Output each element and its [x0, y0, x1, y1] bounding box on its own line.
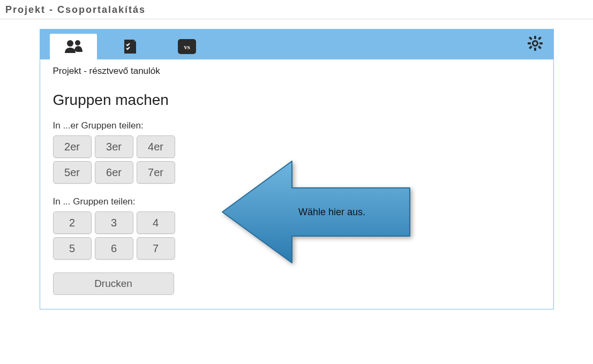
svg-rect-7	[539, 42, 543, 44]
group-count-5[interactable]: 5	[53, 237, 92, 260]
group-size-4er[interactable]: 4er	[137, 135, 175, 158]
checklist-icon	[122, 39, 138, 55]
group-size-2er[interactable]: 2er	[53, 135, 92, 158]
group-size-5er[interactable]: 5er	[53, 161, 92, 184]
group-size-3er[interactable]: 3er	[95, 135, 133, 158]
group-count-4[interactable]: 4	[137, 211, 175, 234]
callout-text: Wähle hier aus.	[298, 207, 365, 218]
group-count-7[interactable]: 7	[137, 237, 175, 260]
users-icon	[63, 39, 84, 54]
svg-text:vs: vs	[184, 43, 190, 51]
svg-rect-11	[528, 46, 532, 49]
content-area: Projekt - résztvevő tanulók Gruppen mach…	[40, 59, 553, 309]
settings-button[interactable]	[527, 29, 544, 59]
group-size-6er[interactable]: 6er	[95, 161, 133, 184]
tab-bar: vs	[40, 29, 553, 59]
tab-participants[interactable]	[50, 34, 97, 59]
vs-icon: vs	[178, 39, 196, 54]
group-count-2[interactable]: 2	[53, 211, 92, 234]
svg-rect-6	[528, 42, 531, 44]
svg-rect-4	[534, 36, 536, 39]
tab-vs[interactable]: vs	[163, 34, 211, 59]
group-size-label: In ...er Gruppen teilen:	[53, 120, 541, 131]
group-size-7er[interactable]: 7er	[137, 161, 175, 184]
group-count-3[interactable]: 3	[95, 211, 133, 234]
tab-checklist[interactable]	[107, 34, 154, 59]
svg-point-0	[67, 40, 73, 47]
gear-icon	[527, 35, 544, 54]
group-count-6[interactable]: 6	[95, 237, 133, 260]
heading: Gruppen machen	[53, 92, 541, 109]
callout-arrow: Wähle hier aus.	[217, 156, 415, 268]
svg-rect-10	[537, 36, 541, 40]
page-title: Projekt - Csoportalakítás	[0, 0, 593, 19]
svg-point-1	[75, 40, 80, 46]
svg-rect-8	[528, 36, 532, 40]
subtitle: Projekt - résztvevő tanulók	[53, 66, 541, 77]
main-panel: vs	[40, 29, 554, 309]
svg-rect-5	[534, 48, 536, 51]
svg-rect-9	[537, 46, 541, 49]
print-button[interactable]: Drucken	[53, 272, 174, 295]
